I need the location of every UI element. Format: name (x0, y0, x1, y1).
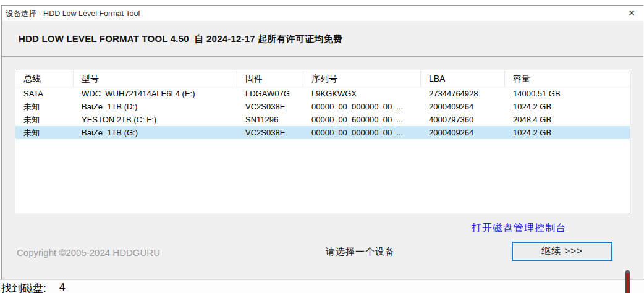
table-row[interactable]: 未知YESTON 2TB (C: F:)SN1129600000_00_6000… (15, 113, 630, 126)
titlebar[interactable]: 设备选择 - HDD Low Level Format Tool ✕ (2, 6, 643, 22)
column-header-model[interactable]: 型号 (74, 70, 237, 87)
cell-model: BaiZe_1TB (G:) (74, 126, 237, 139)
disks-found-label: 找到磁盘: (1, 281, 46, 293)
open-disk-management-link[interactable]: 打开磁盘管理控制台 (472, 222, 566, 235)
cell-capacity: 2048.4 GB (505, 113, 630, 126)
cell-capacity: 1024.2 GB (505, 126, 630, 139)
window-title: 设备选择 - HDD Low Level Format Tool (6, 9, 140, 19)
column-header-serial[interactable]: 序列号 (303, 70, 421, 87)
status-text: 请选择一个设备 (326, 246, 395, 258)
cell-firmware: VC2S038E (237, 126, 303, 139)
device-selection-dialog: 设备选择 - HDD Low Level Format Tool ✕ HDD L… (1, 5, 643, 279)
background-statusbar: 找到磁盘: 4 (0, 279, 644, 293)
cell-bus: 未知 (15, 126, 74, 139)
cell-lba: 4000797360 (421, 113, 505, 126)
device-table[interactable]: 总线 型号 固件 序列号 LBA 容量 SATAWDC WUH721414ALE… (15, 70, 630, 213)
table-body: SATAWDC WUH721414ALE6L4 (E:)LDGAW07GL9KG… (15, 87, 630, 139)
cell-model: WDC WUH721414ALE6L4 (E:) (74, 87, 237, 100)
license-banner: HDD LOW LEVEL FORMAT TOOL 4.50 自 2024-12… (2, 22, 643, 57)
close-icon[interactable]: ✕ (626, 8, 637, 19)
copyright-text: Copyright ©2005-2024 HDDGURU (17, 247, 160, 258)
cell-bus: SATA (15, 87, 74, 100)
cell-firmware: SN11296 (237, 113, 303, 126)
cell-serial: 00000_00_000000_00_... (303, 100, 421, 113)
column-header-lba[interactable]: LBA (421, 70, 505, 87)
cell-lba: 27344764928 (421, 87, 505, 100)
table-row[interactable]: 未知BaiZe_1TB (G:)VC2S038E00000_00_000000_… (15, 126, 630, 139)
red-indicator-bar (625, 270, 630, 293)
cell-lba: 2000409264 (421, 126, 505, 139)
continue-button[interactable]: 继续 >>> (512, 242, 612, 261)
column-header-capacity[interactable]: 容量 (505, 70, 630, 87)
table-row[interactable]: 未知BaiZe_1TB (D:)VC2S038E00000_00_000000_… (15, 100, 630, 113)
table-header: 总线 型号 固件 序列号 LBA 容量 (15, 70, 630, 87)
cell-model: BaiZe_1TB (D:) (74, 100, 237, 113)
cell-model: YESTON 2TB (C: F:) (74, 113, 237, 126)
table-row[interactable]: SATAWDC WUH721414ALE6L4 (E:)LDGAW07GL9KG… (15, 87, 630, 100)
disks-found-value: 4 (59, 281, 65, 293)
cell-serial: L9KGKWGX (303, 87, 421, 100)
screen: 设备选择 - HDD Low Level Format Tool ✕ HDD L… (0, 0, 644, 293)
cell-lba: 2000409264 (421, 100, 505, 113)
cell-bus: 未知 (15, 100, 74, 113)
cell-capacity: 14000.51 GB (505, 87, 630, 100)
cell-capacity: 1024.2 GB (505, 100, 630, 113)
column-header-firmware[interactable]: 固件 (237, 70, 303, 87)
cell-firmware: LDGAW07G (237, 87, 303, 100)
cell-serial: 00000_00_600000_00_... (303, 113, 421, 126)
cell-firmware: VC2S038E (237, 100, 303, 113)
cell-bus: 未知 (15, 113, 74, 126)
cell-serial: 00000_00_000000_00_... (303, 126, 421, 139)
column-header-bus[interactable]: 总线 (15, 70, 74, 87)
